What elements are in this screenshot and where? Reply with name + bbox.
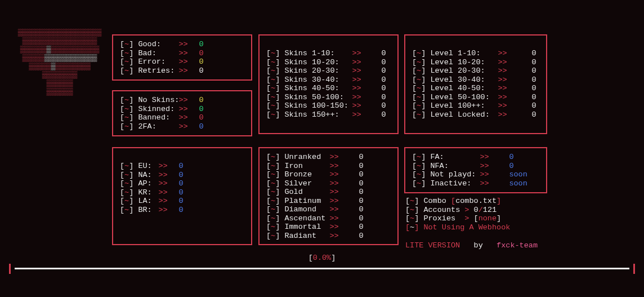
arrow-icon: >> <box>158 188 167 197</box>
arrow-icon: >> <box>498 93 507 101</box>
arrow-icon: >> <box>158 206 167 214</box>
stat-line: [~] Level 30-40:>>0 <box>412 76 539 85</box>
arrow-icon: >> <box>480 153 489 161</box>
stat-label: Radiant <box>284 232 329 241</box>
stat-label: Bronze <box>284 170 329 179</box>
stat-value: 0 <box>531 49 536 58</box>
stat-label: Level 20-30: <box>430 67 498 76</box>
arrow-icon: >> <box>352 76 361 84</box>
stat-line: [~] Level Locked:>>0 <box>412 110 539 119</box>
progress-track <box>15 268 629 269</box>
stat-line: [~] Error:>>0 <box>120 57 244 67</box>
stat-line: [~] Level 10-20:>>0 <box>412 58 539 67</box>
arrow-icon: >> <box>352 101 361 110</box>
stat-label: No Skins: <box>138 96 178 105</box>
stat-value: 0 <box>178 162 183 171</box>
stat-label: 2FA: <box>138 122 178 131</box>
stat-line: [~] Skins 1-10:>>0 <box>266 49 391 58</box>
stat-line: [~] Skins 10-20:>>0 <box>266 58 391 67</box>
stat-line: [~] Good:>>0 <box>120 40 244 49</box>
stat-line: [~] EU:>>0 <box>120 162 244 171</box>
progress-bar <box>9 264 635 274</box>
stat-value: 0 <box>381 101 386 110</box>
stat-value: 0 <box>531 76 536 85</box>
stat-value: 0 <box>531 101 536 110</box>
stat-line: [~] No Skins:>>0 <box>120 96 244 105</box>
stat-value: 0 <box>531 110 536 119</box>
arrow-icon: >> <box>498 49 507 57</box>
arrow-icon: >> <box>178 40 187 48</box>
stat-value: 0 <box>199 49 203 58</box>
arrow-icon: >> <box>178 113 187 122</box>
arrow-icon: >> <box>352 58 361 67</box>
arrow-icon: >> <box>329 232 338 240</box>
stat-value: 0 <box>359 214 363 223</box>
arrow-icon: >> <box>480 170 489 179</box>
stat-value: 0 <box>178 206 183 215</box>
banner-row: ▒▒▒▒▒▒ <box>12 88 107 97</box>
arrow-icon: >> <box>178 96 187 104</box>
info-accounts: [~] Accounts > 0 / 121 <box>405 206 510 215</box>
arrow-icon: >> <box>329 188 338 196</box>
stat-label: Level 50-100: <box>430 93 498 102</box>
stat-line: [~] Diamond>>0 <box>266 205 391 214</box>
stat-label: AP: <box>138 179 158 188</box>
stat-value: 0 <box>199 113 203 122</box>
stat-value: 0 <box>178 179 183 188</box>
stat-line: [~] Skinned:>>0 <box>120 105 244 114</box>
app-banner: ▒▒▒▒▒▒▒▒▒▒▒▒▒▒▒▒▒▒▒▒▒▒▒▒▒▒▒▒▒▒▒▒▒▒▒▒▒▒▒▒… <box>12 29 107 97</box>
info-combo: [~] Combo [combo.txt] <box>405 197 510 206</box>
info-accounts-label: Accounts <box>423 206 460 215</box>
stat-value: 0 <box>381 67 386 76</box>
version-line: LITE VERSION by fxck-team <box>405 241 538 250</box>
info-webhook-text: Not Using A Webhook <box>423 223 510 232</box>
panel-regions: [~] EU:>>0[~] NA:>>0[~] AP:>>0[~] KR:>>0… <box>112 147 252 245</box>
info-accounts-done: 0 <box>474 206 478 215</box>
banner-row: ▒▒▒▒▒▒▒▒▒▒▒▒▒▒ <box>12 63 107 72</box>
progress-tick-left <box>9 264 11 274</box>
stat-line: [~] NA:>>0 <box>120 171 244 180</box>
stat-label: Unranked <box>284 153 329 162</box>
stat-label: Platinum <box>284 197 329 206</box>
stat-line: [~] AP:>>0 <box>120 179 244 188</box>
info-proxies-label: Proxies <box>423 214 455 223</box>
arrow-icon: >> <box>480 179 489 188</box>
stat-line: [~] Immortal>>0 <box>266 223 391 232</box>
stat-line: [~] 2FA:>>0 <box>120 122 244 131</box>
stat-label: Skins 1-10: <box>284 49 352 58</box>
stat-label: Gold <box>284 188 329 197</box>
banner-row: ▒▒▒▒▒▒▒▒ <box>12 72 107 80</box>
stat-label: Retries: <box>138 67 178 76</box>
stat-label: Skins 20-30: <box>284 67 352 76</box>
stat-line: [~] LA:>>0 <box>120 197 244 206</box>
stat-line: [~] Banned:>>0 <box>120 113 244 122</box>
arrow-icon: >> <box>498 67 507 75</box>
arrow-icon: >> <box>352 84 361 92</box>
stat-value: 0 <box>381 76 386 85</box>
stat-label: Skins 10-20: <box>284 58 352 67</box>
stat-value: 0 <box>359 223 363 232</box>
arrow-icon: >> <box>352 93 361 101</box>
stat-line: [~] Skins 150++:>>0 <box>266 110 391 119</box>
arrow-icon: >> <box>480 162 489 170</box>
banner-row: ▒▒▒▒▒▒▒▒▒▒▒▒▒▒▒▒▒ <box>12 55 107 63</box>
stat-label: Diamond <box>284 205 329 214</box>
info-webhook: [~] Not Using A Webhook <box>405 223 510 232</box>
arrow-icon: >> <box>158 162 167 170</box>
stat-line: [~] Level 40-50:>>0 <box>412 84 539 93</box>
stat-value: soon <box>509 170 527 179</box>
stat-label: BR: <box>138 206 158 215</box>
stat-value: 0 <box>178 171 183 180</box>
panel-status: [~] Good:>>0[~] Bad:>>0[~] Error:>>0[~] … <box>112 34 252 81</box>
panel-ranks: [~] Unranked>>0[~] Iron>>0[~] Bronze>>0[… <box>258 147 399 245</box>
stat-label: Skinned: <box>138 105 178 114</box>
stat-value: 0 <box>509 162 513 171</box>
stat-line: [~] Unranked>>0 <box>266 153 391 162</box>
stat-label: NFA: <box>430 162 480 171</box>
stat-value: 0 <box>199 57 203 67</box>
stat-line: [~] Skins 100-150:>>0 <box>266 101 391 110</box>
stat-line: [~] Level 50-100:>>0 <box>412 93 539 102</box>
stat-value: 0 <box>531 58 536 67</box>
info-accounts-total: 121 <box>483 206 497 215</box>
stat-line: [~] Skins 40-50:>>0 <box>266 84 391 93</box>
